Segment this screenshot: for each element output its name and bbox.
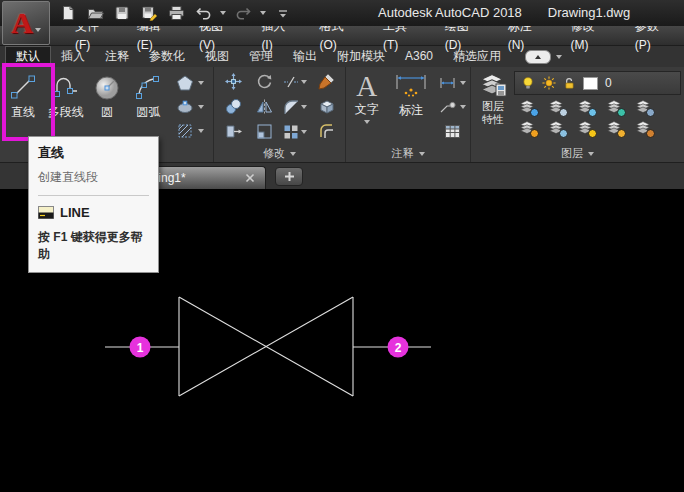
layer-freeze-button[interactable] [576,99,596,117]
plot-button[interactable] [166,3,186,23]
layers-panel-label-row[interactable]: 图层 [471,145,684,162]
scale-icon [256,123,273,140]
layer-dropdown[interactable]: 0 [514,71,681,95]
hatch-tool-button[interactable] [169,120,212,142]
rotate-button[interactable] [256,73,273,90]
layer-unisolate-button[interactable] [547,120,567,138]
undo-list-caret-icon[interactable] [220,11,226,15]
layer-on-button[interactable] [518,120,538,138]
marker-2-label: 2 [395,341,402,355]
current-layer-name: 0 [605,76,612,90]
text-caret-icon[interactable] [364,120,370,124]
layer-properties-button[interactable]: 图层 特性 [472,69,514,145]
layer-lock-button[interactable] [605,99,625,117]
scale-button[interactable] [256,123,273,140]
box-button[interactable] [318,98,335,115]
linear-dimension-icon [439,77,456,89]
ribbon-tab-home[interactable]: 默认 [5,46,51,67]
fillet-caret-icon[interactable] [301,105,307,109]
move-button[interactable] [225,73,242,90]
leader-button[interactable] [436,96,469,118]
undo-button[interactable] [193,3,213,23]
layer-isolate-button[interactable] [547,99,567,117]
ribbon-tab-parametric[interactable]: 参数化 [139,46,195,67]
layer-on-bulb-icon[interactable] [521,76,535,90]
qat-customize-icon [277,7,289,19]
layer-unlock-button[interactable] [605,120,625,138]
polyline-tool-button[interactable]: 多段线 [45,69,86,145]
table-icon [444,124,461,139]
open-file-button[interactable] [85,3,105,23]
layer-properties-label-1: 图层 [482,100,504,113]
copy-button[interactable] [225,98,242,115]
modify-panel-expand-icon[interactable] [290,152,296,156]
ellipse-tool-button[interactable] [169,96,212,118]
layer-properties-icon [478,72,508,100]
arc-tool-button[interactable]: 圆弧 [128,69,169,145]
draw-extra-tools [169,69,212,145]
circle-tool-button[interactable]: 圆 [86,69,127,145]
leader-icon [439,100,456,114]
array-button[interactable] [283,124,307,140]
tooltip-help: 按 F1 键获得更多帮助 [38,229,149,263]
annotation-panel-expand-icon[interactable] [419,152,425,156]
table-button[interactable] [436,120,469,142]
mirror-button[interactable] [256,98,273,115]
redo-list-caret-icon[interactable] [260,11,266,15]
modify-panel-label-row[interactable]: 修改 [214,145,345,162]
autocad-logo-button[interactable]: A [2,1,50,45]
layer-unlock-icon[interactable] [563,76,576,90]
layer-match-button[interactable] [634,120,654,138]
ribbon-tab-insert[interactable]: 插入 [51,46,95,67]
ribbon-collapse-button[interactable] [525,50,551,64]
save-button[interactable] [112,3,132,23]
layer-color-swatch[interactable] [583,77,598,90]
ribbon-tab-featured-apps[interactable]: 精选应用 [443,46,511,67]
ellipse-caret-icon[interactable] [198,105,204,109]
linear-dimension-button[interactable] [436,72,469,94]
offset-button[interactable] [318,123,335,140]
redo-icon [235,6,252,21]
trim-button[interactable] [283,74,307,90]
dimension-tool-button[interactable]: 标注 [386,69,435,145]
layer-thaw-button[interactable] [576,120,596,138]
text-tool-button[interactable]: A 文字 [347,69,386,145]
marker-1: 1 [130,337,151,358]
tab-close-icon[interactable] [245,173,255,183]
modify-panel: 修改 [214,67,346,162]
new-document-tab-button[interactable] [275,167,303,186]
app-title: Autodesk AutoCAD 2018 [378,5,522,20]
polygon-caret-icon[interactable] [198,81,204,85]
match-properties-brush-icon [318,73,335,90]
ribbon-collapse-caret-icon[interactable] [556,55,562,59]
save-as-button[interactable] [139,3,159,23]
line-tool-button[interactable]: 直线 [1,69,45,145]
layer-thaw-sun-icon[interactable] [542,76,556,90]
linear-dimension-caret-icon[interactable] [460,81,466,85]
hatch-caret-icon[interactable] [198,129,204,133]
layer-off-button[interactable] [518,99,538,117]
qat-customize-button[interactable] [273,3,293,23]
ribbon-tab-view[interactable]: 视图 [195,46,239,67]
trim-caret-icon[interactable] [301,80,307,84]
ribbon-tab-addins[interactable]: 附加模块 [327,46,395,67]
match-properties-button[interactable] [318,73,335,90]
ribbon-tab-annotate[interactable]: 注释 [95,46,139,67]
line-icon [8,72,38,102]
save-icon [114,5,130,21]
leader-caret-icon[interactable] [460,105,466,109]
layers-panel-expand-icon[interactable] [588,152,594,156]
new-file-button[interactable] [58,3,78,23]
annotation-panel-label-row[interactable]: 注释 [346,145,470,162]
fillet-button[interactable] [283,99,307,115]
array-caret-icon[interactable] [301,130,307,134]
layers-panel: 图层 特性 0 [471,67,684,162]
redo-button[interactable] [233,3,253,23]
ribbon-tab-a360[interactable]: A360 [395,46,443,67]
ribbon-tab-output[interactable]: 输出 [283,46,327,67]
line-tool-label: 直线 [11,104,35,121]
polygon-tool-button[interactable] [169,72,212,94]
layer-make-current-button[interactable] [634,99,654,117]
ribbon-tab-manage[interactable]: 管理 [239,46,283,67]
stretch-button[interactable] [225,123,242,140]
